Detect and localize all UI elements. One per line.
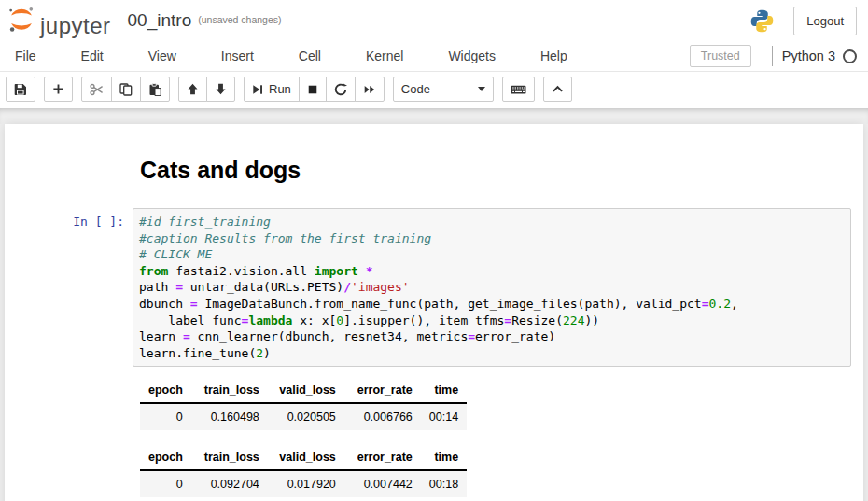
table-cell: 1 bbox=[140, 497, 191, 501]
fast-forward-icon bbox=[363, 84, 376, 95]
collapse-toolbar-button[interactable] bbox=[543, 77, 572, 102]
notebook-container: Cats and dogs In [ ]: #id first_training… bbox=[5, 124, 863, 501]
refresh-icon bbox=[334, 83, 347, 96]
table-cell: 0.160498 bbox=[191, 403, 268, 430]
run-cell-button[interactable]: Run bbox=[244, 77, 300, 102]
table-row: 10.0277850.0124490.00541300:18 bbox=[140, 497, 467, 501]
table-cell: 00:18 bbox=[421, 470, 467, 497]
table-cell: 0.012449 bbox=[268, 497, 344, 501]
table-cell: 00:14 bbox=[421, 403, 467, 430]
training-results-table: epochtrain_lossvalid_losserror_ratetime0… bbox=[140, 446, 467, 501]
menu-item-kernel[interactable]: Kernel bbox=[353, 41, 416, 71]
menu-item-cell[interactable]: Cell bbox=[286, 41, 334, 71]
column-header: time bbox=[421, 446, 467, 470]
keyboard-icon bbox=[511, 83, 526, 96]
stop-icon bbox=[307, 84, 318, 95]
kernel-separator bbox=[772, 46, 773, 66]
chevron-down-icon bbox=[478, 87, 485, 91]
table-cell: 0.005413 bbox=[344, 497, 421, 501]
jupyter-logo-text: jupyter bbox=[40, 15, 111, 37]
kernel-idle-indicator-icon bbox=[843, 49, 857, 63]
logout-button[interactable]: Logout bbox=[793, 7, 857, 35]
arrow-down-icon bbox=[215, 83, 227, 95]
table-cell: 0 bbox=[140, 470, 191, 497]
table-cell: 00:18 bbox=[421, 497, 467, 501]
table-row: 00.1604980.0205050.00676600:14 bbox=[140, 403, 467, 430]
column-header: train_loss bbox=[191, 446, 268, 470]
table-cell: 0 bbox=[140, 403, 191, 430]
code-line: learn.fine_tune(2) bbox=[139, 345, 845, 362]
paste-cells-button[interactable] bbox=[140, 77, 170, 102]
column-header: valid_loss bbox=[268, 446, 344, 470]
save-button[interactable] bbox=[6, 77, 35, 102]
menu-bar-items: FileEditViewInsertCellKernelWidgetsHelp bbox=[0, 41, 581, 71]
table-cell: 0.017920 bbox=[268, 470, 344, 497]
menu-item-file[interactable]: File bbox=[2, 41, 49, 71]
save-icon bbox=[14, 83, 27, 96]
page-background-band bbox=[0, 108, 868, 124]
copy-cells-button[interactable] bbox=[111, 77, 141, 102]
menu-item-widgets[interactable]: Widgets bbox=[435, 41, 509, 71]
kernel-name: Python 3 bbox=[782, 49, 835, 63]
table-cell: 0.027785 bbox=[191, 497, 268, 501]
menu-item-view[interactable]: View bbox=[135, 41, 189, 71]
cell-type-dropdown[interactable]: Code bbox=[393, 77, 494, 102]
restart-kernel-button[interactable] bbox=[326, 77, 356, 102]
column-header: error_rate bbox=[344, 379, 421, 403]
header-top-bar: jupyter 00_intro (unsaved changes) Logou… bbox=[0, 0, 868, 41]
table-cell: 0.020505 bbox=[268, 403, 344, 430]
code-line: label_func=lambda x: x[0].isupper(), ite… bbox=[139, 313, 845, 329]
table-row: 00.0927040.0179200.00744200:18 bbox=[140, 470, 467, 497]
trusted-badge[interactable]: Trusted bbox=[690, 45, 751, 67]
output-area: epochtrain_lossvalid_losserror_ratetime0… bbox=[140, 379, 863, 501]
insert-cell-below-button[interactable] bbox=[44, 77, 73, 102]
code-line: #id first_training bbox=[139, 214, 845, 230]
menu-item-insert[interactable]: Insert bbox=[208, 41, 267, 71]
menu-bar: FileEditViewInsertCellKernelWidgetsHelp … bbox=[0, 41, 868, 72]
arrow-up-icon bbox=[187, 83, 199, 95]
column-header: epoch bbox=[140, 379, 191, 403]
step-forward-icon bbox=[252, 84, 263, 95]
column-header: valid_loss bbox=[268, 379, 344, 403]
column-header: time bbox=[421, 379, 467, 403]
code-line: dbunch = ImageDataBunch.from_name_func(p… bbox=[139, 296, 845, 313]
interrupt-kernel-button[interactable] bbox=[299, 77, 327, 102]
cut-cells-button[interactable] bbox=[81, 77, 112, 102]
table-cell: 0.007442 bbox=[344, 470, 421, 497]
python-logo-icon bbox=[749, 8, 775, 34]
column-header: train_loss bbox=[191, 379, 268, 403]
checkpoint-status: (unsaved changes) bbox=[198, 14, 281, 26]
paste-icon bbox=[148, 83, 161, 96]
command-palette-button[interactable] bbox=[502, 77, 535, 102]
cell-type-selected: Code bbox=[401, 82, 478, 96]
notebook-title[interactable]: 00_intro bbox=[128, 11, 192, 31]
notebook-header: jupyter 00_intro (unsaved changes) Logou… bbox=[0, 0, 868, 108]
move-cell-down-button[interactable] bbox=[206, 77, 235, 102]
markdown-heading: Cats and dogs bbox=[140, 157, 863, 184]
column-header: epoch bbox=[140, 446, 191, 470]
jupyter-planet-icon bbox=[7, 6, 35, 37]
menu-item-edit[interactable]: Edit bbox=[68, 41, 117, 71]
menu-item-help[interactable]: Help bbox=[527, 41, 581, 71]
plus-icon bbox=[52, 83, 64, 95]
move-cell-up-button[interactable] bbox=[178, 77, 207, 102]
copy-icon bbox=[119, 83, 133, 96]
scissors-icon bbox=[90, 83, 104, 96]
code-line: # CLICK ME bbox=[139, 246, 845, 263]
input-prompt: In [ ]: bbox=[49, 208, 133, 230]
code-area: #id first_training#caption Results from … bbox=[139, 214, 845, 361]
column-header: error_rate bbox=[344, 446, 421, 470]
code-cell[interactable]: In [ ]: #id first_training#caption Resul… bbox=[5, 208, 863, 367]
markdown-cell[interactable]: Cats and dogs bbox=[5, 157, 863, 184]
run-button-label: Run bbox=[269, 82, 291, 96]
restart-run-all-button[interactable] bbox=[355, 77, 385, 102]
jupyter-logo[interactable]: jupyter bbox=[7, 6, 111, 37]
code-line: from fastai2.vision.all import * bbox=[139, 263, 845, 280]
table-cell: 0.092704 bbox=[191, 470, 268, 497]
code-input-area[interactable]: #id first_training#caption Results from … bbox=[133, 208, 851, 367]
training-results-table: epochtrain_lossvalid_losserror_ratetime0… bbox=[140, 379, 467, 430]
code-line: learn = cnn_learner(dbunch, resnet34, me… bbox=[139, 328, 845, 345]
code-line: #caption Results from the first training bbox=[139, 230, 845, 247]
toolbar: Run Code bbox=[0, 72, 868, 108]
chevron-up-icon bbox=[552, 84, 564, 94]
